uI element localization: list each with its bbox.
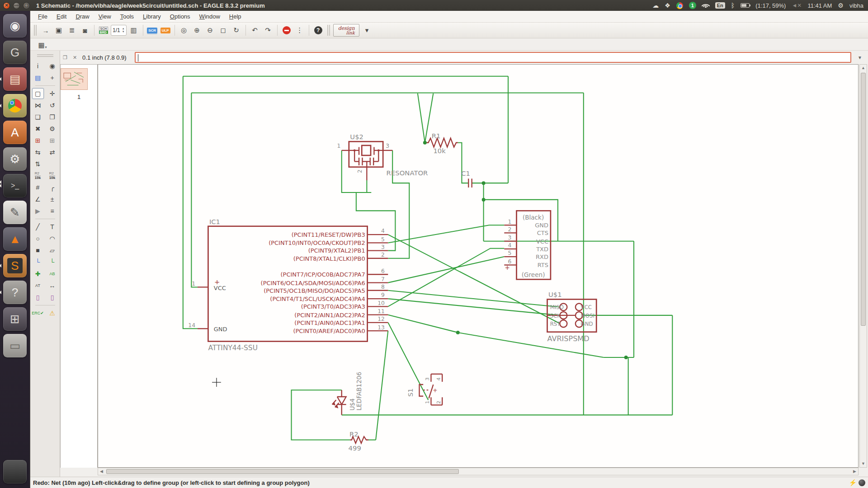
window-restore-button[interactable]: ▢ bbox=[23, 2, 30, 9]
schematic-text[interactable]: 7 bbox=[381, 276, 385, 282]
schematic-text[interactable]: 13 bbox=[377, 324, 385, 331]
stop-button[interactable] bbox=[281, 24, 292, 36]
schematic-text[interactable]: 1 bbox=[508, 219, 512, 225]
change-tool[interactable]: ⚙ bbox=[47, 123, 58, 134]
schematic-text[interactable]: 14 bbox=[188, 322, 195, 328]
net-wire[interactable] bbox=[183, 76, 198, 329]
launcher-gimp[interactable]: G bbox=[3, 41, 27, 64]
junction-tool[interactable]: ✚ bbox=[32, 268, 44, 279]
schematic-text[interactable]: 9 bbox=[381, 292, 385, 299]
delete-tool[interactable]: ✖ bbox=[32, 123, 44, 134]
schematic-canvas[interactable]: U$2132RESONATORR110kC1IC1ATTINY44-SSU+VC… bbox=[98, 64, 859, 468]
cloud-indicator-icon[interactable]: ☁ bbox=[652, 2, 659, 9]
net-wire[interactable] bbox=[388, 299, 560, 315]
design-link-dropdown[interactable]: ▾ bbox=[361, 24, 373, 36]
zoom-fit-button[interactable]: ◎ bbox=[178, 24, 190, 36]
schematic-text[interactable]: 2 bbox=[381, 252, 385, 258]
schematic-text[interactable]: RXD bbox=[536, 253, 548, 260]
window-close-button[interactable]: ✕ bbox=[3, 2, 10, 9]
schematic-text[interactable]: U$4 bbox=[349, 399, 356, 411]
schematic-text[interactable]: 1 bbox=[424, 401, 430, 404]
schematic-text[interactable]: 499 bbox=[349, 444, 361, 452]
undo-button[interactable]: ↶ bbox=[249, 24, 261, 36]
session-gear-icon[interactable]: ⚙ bbox=[838, 2, 844, 9]
menu-help[interactable]: Help bbox=[225, 12, 245, 21]
command-history-dropdown-icon[interactable]: ▼ bbox=[858, 55, 862, 60]
erc-tool[interactable]: ERC✔ bbox=[32, 308, 44, 319]
launcher-text-editor[interactable]: ✎ bbox=[3, 201, 27, 224]
schematic-text[interactable]: AVRISPSMD bbox=[547, 335, 589, 343]
run-ulp-button[interactable]: ULP bbox=[160, 24, 171, 36]
menu-file[interactable]: File bbox=[34, 12, 52, 21]
keyboard-layout-indicator[interactable]: En bbox=[715, 2, 725, 9]
dimension-tool[interactable]: ↔ bbox=[47, 280, 58, 291]
schematic-text[interactable]: (PCINT6/OC1A/SDA/MOSI/ADC6)PA6 bbox=[261, 280, 365, 286]
launcher-terminal[interactable]: >_ bbox=[3, 174, 27, 197]
split-tool[interactable]: ∠ bbox=[32, 194, 44, 205]
junction-dot[interactable] bbox=[423, 141, 427, 145]
open-button[interactable]: → bbox=[40, 24, 52, 36]
schematic-text[interactable]: 5 bbox=[508, 250, 512, 256]
junction-dot[interactable] bbox=[456, 331, 460, 334]
show-tool[interactable]: ◉ bbox=[47, 61, 58, 71]
schematic-text[interactable]: 8 bbox=[381, 284, 385, 290]
schematic-text[interactable]: 11 bbox=[377, 308, 385, 314]
invoke-tool[interactable]: ▶ bbox=[32, 206, 44, 216]
pad-circle[interactable] bbox=[560, 320, 567, 327]
schematic-text[interactable]: VCC bbox=[581, 304, 592, 310]
schematic-text[interactable]: GND bbox=[581, 321, 593, 327]
value-tool[interactable]: R210k bbox=[47, 170, 58, 181]
schematic-text[interactable]: GND bbox=[214, 326, 227, 333]
schematic-text[interactable]: 4 bbox=[381, 228, 385, 234]
group-select-tool[interactable]: ▢ bbox=[32, 88, 44, 99]
mark-tool[interactable]: + bbox=[47, 72, 58, 83]
launcher-disk-drive[interactable]: ▭ bbox=[3, 334, 27, 357]
modules-button[interactable]: ▥ bbox=[128, 24, 140, 36]
copy-tool[interactable]: ❏ bbox=[32, 112, 44, 122]
schematic-text[interactable]: (PCINT7/ICP/OC0B/ADC7)PA7 bbox=[281, 271, 365, 278]
net-wire[interactable] bbox=[388, 249, 504, 307]
schematic-text[interactable]: LEDFAB1206 bbox=[355, 372, 363, 411]
window-minimize-button[interactable]: — bbox=[13, 2, 20, 9]
schematic-text[interactable]: 2 bbox=[508, 226, 512, 233]
launcher-sublime-text[interactable]: S bbox=[3, 254, 27, 277]
design-link-button[interactable]: designlink bbox=[333, 24, 360, 37]
net-wire[interactable] bbox=[376, 331, 388, 440]
menu-edit[interactable]: Edit bbox=[52, 12, 71, 21]
schematic-text[interactable]: U$1 bbox=[548, 291, 562, 299]
schematic-text[interactable]: + bbox=[433, 387, 437, 394]
schematic-text[interactable]: (Black) bbox=[523, 214, 544, 221]
schematic-text[interactable]: RST bbox=[550, 321, 561, 327]
errors-tool[interactable]: ⚠ bbox=[47, 308, 58, 319]
schematic-text[interactable]: 3 bbox=[386, 143, 389, 149]
schematic-text[interactable]: 1 bbox=[337, 143, 340, 149]
schematic-text[interactable]: SCK bbox=[550, 313, 561, 319]
schematic-text[interactable]: RTS bbox=[538, 262, 548, 268]
add-recent-tool[interactable]: ⊞ bbox=[47, 135, 58, 146]
schematic-text[interactable]: VCC bbox=[536, 238, 548, 245]
launcher-software-center[interactable]: A bbox=[3, 121, 27, 144]
panel-close-icon[interactable]: ✕ bbox=[73, 55, 77, 61]
clock[interactable]: 11:41 AM bbox=[807, 2, 832, 9]
smash-tool[interactable]: # bbox=[32, 182, 44, 193]
battery-icon[interactable] bbox=[741, 3, 750, 8]
net-tool[interactable]: └ bbox=[47, 257, 58, 267]
schematic-text[interactable]: 5 bbox=[381, 236, 385, 243]
junction-dot[interactable] bbox=[482, 181, 486, 185]
schematic-text[interactable]: (PCINT1/AIN0/ADC1)PA1 bbox=[294, 319, 365, 326]
schematic-text[interactable]: (PCINT0/AREF/ADC0)PA0 bbox=[293, 328, 365, 334]
save-button[interactable]: ▣ bbox=[53, 24, 65, 36]
schematic-text[interactable]: 10k bbox=[433, 147, 446, 155]
schematic-text[interactable]: (PCINT2/AIN1/ADC2)PA2 bbox=[294, 312, 365, 319]
schematic-text[interactable]: (PCINT9/XTAL2)PB1 bbox=[308, 248, 365, 254]
schematic-text[interactable]: S1 bbox=[406, 388, 414, 397]
menu-tools[interactable]: Tools bbox=[116, 12, 138, 21]
menu-window[interactable]: Window bbox=[195, 12, 224, 21]
schematic-text[interactable]: 3 bbox=[381, 244, 385, 250]
schematic-text[interactable]: (Green) bbox=[522, 271, 545, 278]
schematic-text[interactable]: R2 bbox=[349, 430, 359, 438]
schematic-text[interactable]: 4 bbox=[436, 377, 442, 380]
add-part-tool[interactable]: ⊞ bbox=[32, 135, 44, 146]
vertical-scrollbar-thumb[interactable] bbox=[861, 73, 866, 326]
launcher-bottom-app[interactable] bbox=[3, 460, 27, 483]
